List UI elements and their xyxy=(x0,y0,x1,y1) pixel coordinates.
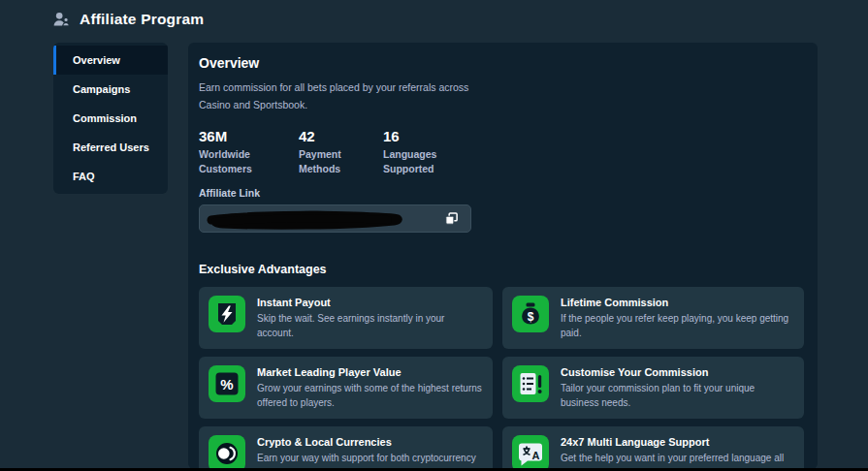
sidebar-item-faq[interactable]: FAQ xyxy=(53,162,168,191)
main-panel: Overview Earn commission for all bets pl… xyxy=(188,43,818,469)
redacted-link-scribble xyxy=(204,209,427,230)
copy-button[interactable] xyxy=(434,205,467,232)
section-title-advantages: Exclusive Advantages xyxy=(199,263,803,276)
page-title: Affiliate Program xyxy=(80,11,204,28)
stat-label: Worldwide Customers xyxy=(199,147,269,176)
card-description: Tailor your commission plan to fit your … xyxy=(561,381,794,410)
sidebar: Overview Campaigns Commission Referred U… xyxy=(53,43,168,194)
referral-users-icon xyxy=(50,9,72,30)
page-header: Affiliate Program xyxy=(50,9,204,30)
advantage-card-player-value: % Market Leading Player Value Grow your … xyxy=(199,357,493,419)
stat-worldwide-customers: 36M Worldwide Customers xyxy=(199,128,299,176)
card-description: Grow your earnings with some of the high… xyxy=(257,381,483,410)
card-title: Instant Payout xyxy=(257,297,483,308)
stat-label: Languages Supported xyxy=(383,147,453,176)
sidebar-item-label: Referred Users xyxy=(73,141,149,153)
coins-icon xyxy=(209,435,245,471)
sidebar-item-referred-users[interactable]: Referred Users xyxy=(53,133,168,162)
sidebar-item-label: Campaigns xyxy=(73,83,130,95)
svg-text:%: % xyxy=(220,376,233,392)
advantage-card-crypto-currencies: Crypto & Local Currencies Earn your way … xyxy=(199,426,493,471)
sidebar-item-campaigns[interactable]: Campaigns xyxy=(53,75,168,104)
stat-value: 36M xyxy=(199,128,299,144)
sidebar-item-label: Overview xyxy=(73,54,120,66)
card-title: 24x7 Multi Language Support xyxy=(561,436,794,448)
affiliate-program-page: Affiliate Program Overview Campaigns Com… xyxy=(0,0,868,471)
advantage-card-lifetime-commission: $ Lifetime Commission If the people you … xyxy=(502,287,804,349)
percent-icon: % xyxy=(209,365,245,402)
svg-text:$: $ xyxy=(528,310,534,324)
stat-value: 16 xyxy=(383,128,453,144)
card-title: Lifetime Commission xyxy=(561,297,794,308)
sidebar-item-label: FAQ xyxy=(73,171,95,182)
card-description: Skip the wait. See earnings instantly in… xyxy=(257,311,483,340)
card-description: If the people you refer keep playing, yo… xyxy=(561,311,794,340)
copy-icon xyxy=(444,211,459,226)
overview-description: Earn commission for all bets placed by y… xyxy=(199,79,492,114)
card-title: Customise Your Commission xyxy=(561,366,794,378)
stats-row: 36M Worldwide Customers 42 Payment Metho… xyxy=(199,128,803,176)
svg-text:A: A xyxy=(532,450,540,461)
advantage-card-instant-payout: Instant Payout Skip the wait. See earnin… xyxy=(199,287,493,349)
affiliate-link-input[interactable] xyxy=(199,204,471,233)
advantages-grid: Instant Payout Skip the wait. See earnin… xyxy=(199,287,803,471)
advantage-card-customise-commission: Customise Your Commission Tailor your co… xyxy=(502,357,804,419)
stat-languages-supported: 16 Languages Supported xyxy=(383,128,453,176)
checklist-icon xyxy=(512,365,549,402)
sidebar-item-commission[interactable]: Commission xyxy=(53,104,168,133)
stat-payment-methods: 42 Payment Methods xyxy=(299,128,383,176)
translate-icon: A xyxy=(512,435,549,471)
card-title: Market Leading Player Value xyxy=(257,366,483,378)
lightning-icon xyxy=(209,296,245,332)
section-title-overview: Overview xyxy=(199,55,803,71)
sidebar-item-overview[interactable]: Overview xyxy=(53,46,168,75)
advantage-card-language-support: A 24x7 Multi Language Support Get the he… xyxy=(502,426,804,471)
money-bag-icon: $ xyxy=(512,296,549,332)
card-title: Crypto & Local Currencies xyxy=(257,436,483,448)
sidebar-item-label: Commission xyxy=(73,112,137,124)
stat-label: Payment Methods xyxy=(299,147,369,176)
stat-value: 42 xyxy=(299,128,383,144)
affiliate-link-label: Affiliate Link xyxy=(199,187,803,199)
